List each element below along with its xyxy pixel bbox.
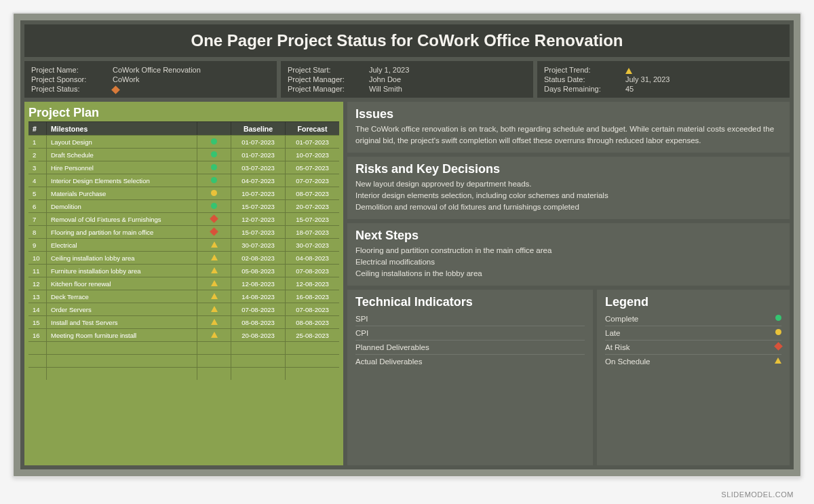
row-num: 4 bbox=[28, 174, 46, 187]
row-forecast: 10-07-2023 bbox=[285, 149, 339, 161]
row-status bbox=[197, 149, 231, 161]
meta-value: 45 bbox=[625, 85, 783, 93]
row-forecast: 07-07-2023 bbox=[285, 174, 339, 187]
meta-box-trend: Project Trend:Status Date:July 31, 2023D… bbox=[537, 61, 790, 98]
row-forecast: 04-08-2023 bbox=[285, 252, 339, 264]
legend-item: Late bbox=[605, 326, 781, 340]
meta-row: Project Name:CoWork Office RenovationPro… bbox=[24, 61, 790, 98]
circle-green-icon bbox=[211, 138, 217, 144]
tech-title: Technical Indicators bbox=[355, 295, 585, 309]
risks-panel: Risks and Key Decisions New layout desig… bbox=[347, 157, 790, 219]
diamond-red-icon bbox=[210, 214, 218, 223]
row-forecast: 20-07-2023 bbox=[285, 200, 339, 212]
row-baseline: 14-08-2023 bbox=[231, 290, 285, 303]
table-row: 7Removal of Old Fixtures & Furnishings12… bbox=[28, 212, 339, 225]
table-row-empty bbox=[28, 341, 339, 354]
row-status bbox=[197, 226, 231, 238]
row-milestone: Draft Schedule bbox=[46, 149, 197, 161]
row-num: 5 bbox=[28, 187, 46, 199]
triangle-yellow-icon bbox=[211, 280, 218, 286]
meta-value: CoWork bbox=[113, 75, 270, 83]
meta-label: Project Status: bbox=[31, 85, 113, 93]
project-plan-panel: Project Plan # Milestones Baseline Forec… bbox=[24, 102, 343, 465]
legend-item: Complete bbox=[605, 312, 781, 326]
tech-indicator: CPI bbox=[355, 326, 585, 340]
meta-line: Project Trend: bbox=[544, 65, 783, 75]
plan-title: Project Plan bbox=[28, 106, 339, 120]
triangle-yellow-icon bbox=[211, 332, 218, 338]
row-baseline: 15-07-2023 bbox=[231, 226, 285, 238]
row-num: 10 bbox=[28, 252, 46, 264]
row-status bbox=[197, 239, 231, 251]
plan-header-forecast: Forecast bbox=[285, 122, 339, 135]
triangle-yellow-icon bbox=[625, 68, 632, 74]
meta-label: Project Manager: bbox=[288, 85, 369, 93]
table-row: 15Install and Test Servers08-08-202308-0… bbox=[28, 315, 339, 328]
row-status bbox=[197, 161, 231, 174]
row-milestone: Removal of Old Fixtures & Furnishings bbox=[46, 213, 197, 225]
row-milestone: Electrical bbox=[46, 239, 197, 251]
row-forecast: 08-07-2023 bbox=[285, 187, 339, 199]
meta-value bbox=[625, 66, 783, 74]
row-forecast: 18-07-2023 bbox=[285, 226, 339, 238]
row-milestone: Furniture installation lobby area bbox=[46, 265, 197, 277]
meta-line: Project Status: bbox=[31, 84, 270, 94]
legend-item: On Schedule bbox=[605, 354, 781, 368]
table-row: 2Draft Schedule01-07-202310-07-2023 bbox=[28, 148, 339, 161]
issues-text: The CoWork office renovation is on track… bbox=[355, 123, 781, 146]
issues-panel: Issues The CoWork office renovation is o… bbox=[347, 102, 790, 153]
row-baseline: 04-07-2023 bbox=[231, 174, 285, 187]
meta-label: Status Date: bbox=[544, 75, 625, 83]
row-baseline: 08-08-2023 bbox=[231, 316, 285, 328]
meta-line: Days Remaining:45 bbox=[544, 84, 783, 94]
table-row: 8Flooring and partition for main office1… bbox=[28, 225, 339, 238]
row-forecast: 07-08-2023 bbox=[285, 303, 339, 315]
circle-green-icon bbox=[211, 151, 217, 157]
row-milestone: Interior Design Elements Selection bbox=[46, 174, 197, 187]
plan-header: # Milestones Baseline Forecast bbox=[28, 121, 339, 135]
row-forecast: 30-07-2023 bbox=[285, 239, 339, 251]
meta-value: July 31, 2023 bbox=[625, 75, 783, 83]
table-row: 12Kitchen floor renewal12-08-202312-08-2… bbox=[28, 277, 339, 290]
row-milestone: Install and Test Servers bbox=[46, 316, 197, 328]
row-status bbox=[197, 136, 231, 148]
table-row-empty bbox=[28, 367, 339, 380]
brand-label: SLIDEMODEL.COM bbox=[721, 490, 794, 499]
table-row: 3Hire Personnel03-07-202305-07-2023 bbox=[28, 161, 339, 174]
next-line: Electrical modifications bbox=[355, 256, 781, 268]
row-status bbox=[197, 303, 231, 315]
meta-box-project: Project Name:CoWork Office RenovationPro… bbox=[24, 61, 277, 98]
tech-indicator: Actual Deliverables bbox=[355, 354, 585, 368]
tech-items: SPICPIPlanned DeliverablesActual Deliver… bbox=[355, 312, 585, 368]
triangle-yellow-icon bbox=[775, 357, 781, 364]
triangle-yellow-icon bbox=[211, 319, 218, 325]
row-num: 15 bbox=[28, 316, 46, 328]
triangle-yellow-icon bbox=[211, 293, 218, 299]
meta-line: Project Start:July 1, 2023 bbox=[288, 65, 526, 75]
row-status bbox=[197, 277, 231, 290]
row-milestone: Demolition bbox=[46, 200, 197, 212]
row-forecast: 01-07-2023 bbox=[285, 136, 339, 148]
table-row: 13Deck Terrace14-08-202316-08-2023 bbox=[28, 290, 339, 303]
row-status bbox=[197, 252, 231, 264]
row-baseline: 12-08-2023 bbox=[231, 277, 285, 290]
plan-header-num: # bbox=[28, 122, 46, 135]
meta-label: Days Remaining: bbox=[544, 85, 625, 93]
table-row: 10Ceiling installation lobby area02-08-2… bbox=[28, 251, 339, 264]
risks-title: Risks and Key Decisions bbox=[355, 162, 781, 176]
slide-outer: One Pager Project Status for CoWork Offi… bbox=[12, 12, 802, 478]
row-num: 1 bbox=[28, 136, 46, 148]
table-row: 5Materials Purchase10-07-202308-07-2023 bbox=[28, 187, 339, 199]
legend-title: Legend bbox=[605, 295, 781, 309]
row-num: 16 bbox=[28, 329, 46, 341]
row-milestone: Ceiling installation lobby area bbox=[46, 252, 197, 264]
row-milestone: Kitchen floor renewal bbox=[46, 277, 197, 290]
row-baseline: 12-07-2023 bbox=[231, 213, 285, 225]
row-num: 11 bbox=[28, 265, 46, 277]
meta-line: Project Name:CoWork Office Renovation bbox=[31, 65, 270, 75]
row-baseline: 15-07-2023 bbox=[231, 200, 285, 212]
meta-line: Status Date:July 31, 2023 bbox=[544, 75, 783, 84]
table-row: 14Order Servers07-08-202307-08-2023 bbox=[28, 303, 339, 315]
row-num: 14 bbox=[28, 303, 46, 315]
row-forecast: 07-08-2023 bbox=[285, 265, 339, 277]
